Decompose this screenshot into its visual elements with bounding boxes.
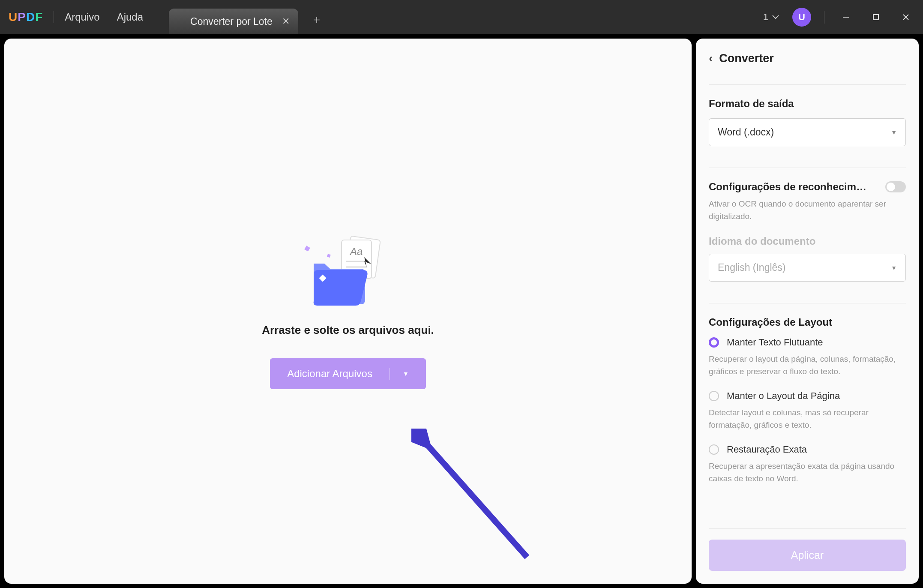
app-logo: UPDF xyxy=(9,10,43,24)
layout-option-desc: Recuperar a apresentação exata da página… xyxy=(709,460,906,485)
svg-rect-1 xyxy=(873,15,878,20)
layout-option-desc: Detectar layout e colunas, mas só recupe… xyxy=(709,407,906,431)
menu-file[interactable]: Arquivo xyxy=(65,11,99,23)
tab-count-dropdown[interactable]: 1 xyxy=(763,12,779,23)
drop-zone[interactable]: Aa Arraste e solte os arquivos aqui. Adi… xyxy=(4,39,692,584)
ocr-settings-label: Configurações de reconhecimen… xyxy=(709,181,872,193)
layout-option-desc: Recuperar o layout da página, colunas, f… xyxy=(709,353,906,378)
back-button[interactable]: ‹ xyxy=(709,51,713,65)
maximize-button[interactable] xyxy=(867,9,884,26)
caret-down-icon: ▼ xyxy=(891,264,897,271)
doc-language-label: Idioma do documento xyxy=(709,235,906,247)
tab-title: Converter por Lote xyxy=(190,16,273,27)
layout-option-flowing-text[interactable]: Manter Texto Flutuante xyxy=(709,337,906,348)
caret-down-icon: ▼ xyxy=(891,129,897,136)
avatar[interactable]: U xyxy=(792,8,811,27)
folder-illustration: Aa xyxy=(301,234,395,311)
tab-batch-convert[interactable]: Converter por Lote ✕ xyxy=(169,9,298,34)
radio-checked-icon xyxy=(709,337,719,348)
drop-text: Arraste e solte os arquivos aqui. xyxy=(262,324,434,337)
annotation-arrow xyxy=(411,429,540,566)
layout-settings-label: Configurações de Layout xyxy=(709,316,906,328)
svg-text:Aa: Aa xyxy=(349,246,363,257)
ocr-help-text: Ativar o OCR quando o documento aparenta… xyxy=(709,198,906,222)
svg-rect-11 xyxy=(304,246,310,252)
output-format-select[interactable]: Word (.docx) ▼ xyxy=(709,118,906,146)
minimize-button[interactable] xyxy=(837,9,854,26)
chevron-down-icon xyxy=(772,15,779,20)
radio-unchecked-icon xyxy=(709,391,719,401)
apply-button[interactable]: Aplicar xyxy=(709,540,906,571)
layout-option-exact[interactable]: Restauração Exata xyxy=(709,444,906,455)
layout-option-page-layout[interactable]: Manter o Layout da Página xyxy=(709,390,906,402)
close-button[interactable] xyxy=(897,9,914,26)
svg-line-13 xyxy=(424,441,527,557)
doc-language-select[interactable]: English (Inglês) ▼ xyxy=(709,254,906,282)
svg-rect-12 xyxy=(327,254,331,258)
caret-down-icon[interactable]: ▼ xyxy=(403,370,409,377)
new-tab-button[interactable]: ＋ xyxy=(311,12,322,27)
ocr-toggle[interactable] xyxy=(885,181,906,192)
titlebar: UPDF Arquivo Ajuda Converter por Lote ✕ … xyxy=(0,0,923,34)
close-icon[interactable]: ✕ xyxy=(282,16,290,27)
add-files-button[interactable]: Adicionar Arquivos ▼ xyxy=(270,358,426,389)
radio-unchecked-icon xyxy=(709,444,719,455)
menu-help[interactable]: Ajuda xyxy=(117,11,143,23)
convert-panel: ‹ Converter Formato de saída Word (.docx… xyxy=(696,39,919,584)
panel-title: Converter xyxy=(719,52,774,65)
output-format-label: Formato de saída xyxy=(709,98,906,110)
